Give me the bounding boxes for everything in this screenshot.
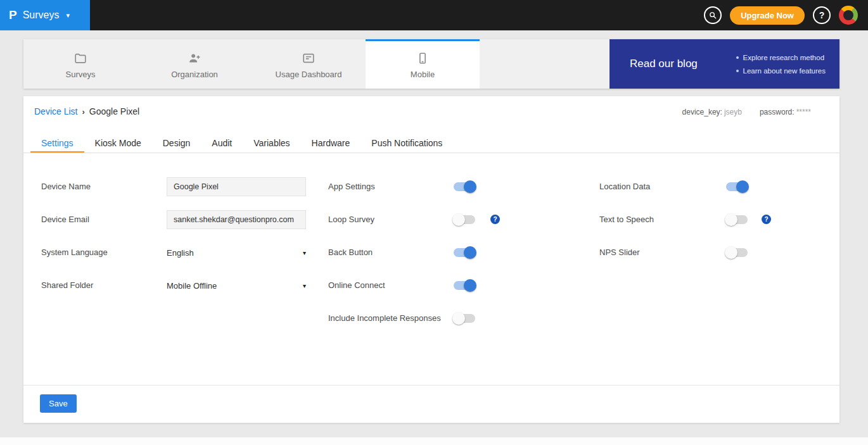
online-connect-toggle[interactable]: [454, 281, 475, 290]
shared-folder-label: Shared Folder: [41, 276, 93, 295]
person-add-icon: [188, 51, 201, 65]
location-data-label: Location Data: [599, 177, 650, 196]
help-button[interactable]: ?: [813, 6, 831, 24]
shared-folder-value: Mobile Offline: [167, 281, 217, 291]
tab-hardware[interactable]: Hardware: [301, 134, 361, 153]
footer-divider: [23, 385, 839, 385]
include-incomplete-responses-label: Include Incomplete Responses: [328, 309, 441, 328]
search-icon: [708, 11, 717, 20]
nav-tab-label: Surveys: [66, 70, 96, 79]
app-settings-label: App Settings: [328, 177, 375, 196]
nav-tab-organization[interactable]: Organization: [137, 39, 252, 89]
surveys-menu-button[interactable]: P Surveys ▾: [0, 0, 90, 30]
settings-tab-bar: Settings Kiosk Mode Design Audit Variabl…: [23, 134, 839, 153]
shared-folder-select[interactable]: Mobile Offline ▾: [167, 276, 306, 295]
bullet-dot: [736, 56, 739, 59]
device-meta: device_key:jseyb password:*****: [682, 108, 811, 116]
bullet-dot: [736, 70, 739, 72]
nav-tab-usage-dashboard[interactable]: Usage Dashboard: [252, 39, 366, 89]
loop-survey-help-icon[interactable]: ?: [490, 215, 500, 224]
nps-slider-toggle[interactable]: [726, 248, 748, 257]
device-email-label: Device Email: [41, 210, 89, 229]
tab-variables[interactable]: Variables: [243, 134, 300, 153]
caret-down-icon: ▾: [303, 282, 306, 289]
text-to-speech-help-icon[interactable]: ?: [762, 215, 771, 224]
device-name-input[interactable]: [167, 177, 306, 196]
nav-tab-mobile[interactable]: Mobile: [366, 39, 480, 89]
device-key: device_key:jseyb: [682, 108, 742, 116]
breadcrumb-current: Google Pixel: [89, 106, 139, 116]
dashboard-icon: [302, 51, 316, 65]
system-language-label: System Language: [41, 243, 108, 262]
loop-survey-toggle[interactable]: [454, 215, 475, 224]
device-list-link[interactable]: Device List: [34, 106, 77, 116]
tab-design[interactable]: Design: [152, 134, 201, 153]
breadcrumb: Device List › Google Pixel: [34, 106, 139, 116]
account-gauge-avatar[interactable]: [839, 6, 858, 25]
text-to-speech-toggle[interactable]: [726, 215, 748, 224]
topbar: P Surveys ▾ Upgrade Now ?: [0, 0, 868, 30]
primary-nav: Surveys Organization Usage Dashboard Mob…: [23, 39, 839, 89]
tab-kiosk-mode[interactable]: Kiosk Mode: [84, 134, 152, 153]
questionpro-logo-icon: P: [9, 8, 17, 22]
system-language-select[interactable]: English ▾: [167, 243, 306, 262]
topbar-actions: Upgrade Now ?: [704, 6, 868, 25]
nav-tab-label: Organization: [171, 70, 218, 79]
device-password: password:*****: [760, 108, 811, 116]
nav-tab-label: Usage Dashboard: [276, 70, 342, 79]
nav-tab-label: Mobile: [411, 70, 435, 79]
nps-slider-label: NPS Slider: [599, 243, 640, 262]
chevron-right-icon: ›: [82, 107, 84, 116]
save-button[interactable]: Save: [40, 394, 77, 413]
system-language-value: English: [167, 248, 194, 258]
device-email-input[interactable]: [167, 210, 306, 229]
include-incomplete-responses-toggle[interactable]: [454, 314, 475, 323]
question-mark-icon: ?: [819, 10, 825, 20]
back-button-label: Back Button: [328, 243, 373, 262]
device-name-label: Device Name: [41, 177, 91, 196]
blog-bullet-item: Explore research method: [736, 54, 826, 61]
nav-tab-surveys[interactable]: Surveys: [23, 39, 137, 89]
device-settings-card: Device List › Google Pixel device_key:js…: [23, 96, 839, 423]
tab-push-notifications[interactable]: Push Notifications: [361, 134, 453, 153]
caret-down-icon: ▾: [66, 11, 70, 20]
search-button[interactable]: [704, 6, 722, 24]
tab-audit[interactable]: Audit: [201, 134, 243, 153]
footer-strip: [0, 437, 868, 445]
online-connect-label: Online Connect: [328, 276, 385, 295]
tab-settings[interactable]: Settings: [30, 134, 84, 153]
mobile-icon: [416, 51, 430, 65]
back-button-toggle[interactable]: [454, 248, 475, 257]
caret-down-icon: ▾: [303, 249, 306, 256]
blog-bullet-item: Learn about new features: [736, 67, 826, 75]
location-data-toggle[interactable]: [726, 182, 748, 191]
loop-survey-label: Loop Survey: [328, 210, 374, 229]
blog-bullet-list: Explore research method Learn about new …: [736, 54, 826, 75]
folder-icon: [73, 51, 87, 65]
surveys-menu-label: Surveys: [23, 9, 60, 21]
app-settings-toggle[interactable]: [454, 182, 475, 191]
blog-banner-title: Read our blog: [630, 58, 698, 70]
text-to-speech-label: Text to Speech: [599, 210, 654, 229]
blog-banner[interactable]: Read our blog Explore research method Le…: [610, 39, 839, 89]
upgrade-now-button[interactable]: Upgrade Now: [730, 6, 805, 25]
